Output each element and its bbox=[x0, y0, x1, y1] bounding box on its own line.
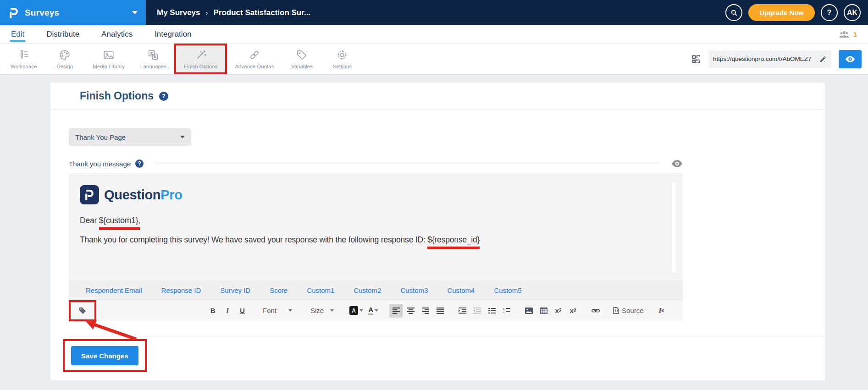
font-dropdown[interactable]: Font bbox=[258, 307, 297, 314]
ribbon-item-settings[interactable]: Settings bbox=[322, 44, 362, 74]
tabs: Edit Distribute Analytics Integration bbox=[10, 25, 192, 43]
background-color-button[interactable]: A bbox=[348, 304, 365, 318]
app-root: Surveys My Surveys › Product Satisfactio… bbox=[0, 0, 868, 390]
text-color-button[interactable]: A bbox=[366, 304, 380, 318]
top-bar: Surveys My Surveys › Product Satisfactio… bbox=[0, 0, 868, 25]
tab-integration[interactable]: Integration bbox=[154, 27, 192, 42]
questionpro-wordmark: QuestionPro bbox=[104, 187, 182, 203]
edit-pencil-icon[interactable] bbox=[819, 55, 827, 63]
collaborators[interactable]: 1 bbox=[839, 30, 857, 38]
page-title: Finish Options bbox=[80, 90, 154, 102]
ribbon-item-design[interactable]: Design bbox=[44, 44, 85, 74]
palette-icon bbox=[59, 49, 71, 61]
finish-option-select[interactable]: Thank You Page bbox=[69, 128, 191, 146]
survey-url-field[interactable]: https://questionpro.com/t/AbOMEZ7 bbox=[708, 50, 831, 68]
align-left-icon bbox=[393, 308, 400, 314]
variable-custom3[interactable]: Custom3 bbox=[400, 286, 428, 294]
divider bbox=[69, 336, 825, 336]
increase-indent-button[interactable] bbox=[456, 304, 469, 318]
help-button[interactable]: ? bbox=[821, 4, 838, 21]
chevron-down-icon bbox=[330, 309, 334, 312]
breadcrumb-my-surveys[interactable]: My Surveys bbox=[157, 8, 200, 17]
subscript-button[interactable]: x2 bbox=[552, 304, 565, 318]
align-left-button[interactable] bbox=[389, 304, 403, 318]
variable-custom1[interactable]: Custom1 bbox=[307, 286, 334, 294]
avatar[interactable]: AK bbox=[844, 4, 861, 21]
questionpro-logo-icon bbox=[80, 185, 99, 204]
insert-variable-button annotation-box-tag[interactable] bbox=[69, 300, 96, 321]
italic-button[interactable]: I bbox=[221, 304, 234, 318]
upgrade-now-button[interactable]: Upgrade Now bbox=[748, 4, 815, 21]
panel-body: Thank You Page Thank you message ? bbox=[50, 128, 825, 372]
ribbon-item-variables[interactable]: Variables bbox=[282, 44, 322, 74]
bulleted-list-button[interactable] bbox=[485, 304, 498, 318]
preview-button[interactable] bbox=[839, 50, 862, 68]
superscript-button[interactable]: x2 bbox=[566, 304, 580, 318]
divider bbox=[155, 164, 660, 164]
tab-edit[interactable]: Edit bbox=[10, 27, 25, 42]
tag-outline-icon bbox=[296, 49, 308, 61]
svg-text:1.: 1. bbox=[503, 308, 505, 310]
justify-button[interactable] bbox=[433, 304, 447, 318]
thank-you-message-row: Thank you message ? bbox=[69, 159, 683, 168]
ribbon-item-media-library[interactable]: Media Library bbox=[85, 44, 133, 74]
source-button[interactable]: Source bbox=[611, 304, 646, 318]
annotation-box-save: Save Changes bbox=[63, 339, 147, 372]
finish-option-selected-value: Thank You Page bbox=[75, 133, 126, 141]
merge-variables-bar: Respondent Email Response ID Survey ID S… bbox=[69, 280, 683, 300]
numbered-list-button[interactable]: 1.2. bbox=[500, 304, 513, 318]
insert-table-button[interactable] bbox=[537, 304, 550, 318]
variable-custom2[interactable]: Custom2 bbox=[354, 286, 381, 294]
panel-header: Finish Options ? bbox=[50, 82, 825, 110]
editor-scrollbar[interactable] bbox=[672, 182, 675, 272]
top-bar-actions: Upgrade Now ? AK bbox=[725, 4, 868, 21]
editor-content[interactable]: QuestionPro Dear ${custom1}, Thank you f… bbox=[69, 173, 683, 280]
format-buttons: B I U Font Size A A bbox=[206, 304, 668, 318]
size-dropdown[interactable]: Size bbox=[306, 307, 338, 314]
underline-button[interactable]: U bbox=[236, 304, 249, 318]
save-changes-button[interactable]: Save Changes bbox=[71, 346, 138, 365]
align-right-button[interactable] bbox=[419, 304, 432, 318]
help-badge-icon[interactable]: ? bbox=[159, 92, 168, 101]
variable-custom5[interactable]: Custom5 bbox=[494, 286, 521, 294]
custom1-token annotation-underline: ${custom1}, bbox=[99, 216, 140, 225]
main-content: Finish Options ? Thank You Page Thank yo… bbox=[0, 75, 868, 390]
ribbon-item-advance-quotas[interactable]: Advance Quotas bbox=[227, 44, 282, 74]
indent-icon bbox=[459, 308, 466, 314]
breadcrumb-separator: › bbox=[206, 9, 208, 16]
insert-link-button[interactable] bbox=[589, 304, 602, 318]
decrease-indent-button[interactable] bbox=[470, 304, 484, 318]
survey-url-text: https://questionpro.com/t/AbOMEZ7 bbox=[713, 55, 816, 62]
search-button[interactable] bbox=[725, 4, 742, 21]
chevron-down-icon bbox=[375, 309, 378, 312]
variable-custom4[interactable]: Custom4 bbox=[447, 286, 475, 294]
variable-response-id[interactable]: Response ID bbox=[161, 286, 201, 294]
workspace-icon bbox=[18, 49, 30, 61]
tab-analytics[interactable]: Analytics bbox=[100, 27, 133, 42]
variable-score[interactable]: Score bbox=[270, 286, 287, 294]
editor-ribbon: Workspace Design Media Library Languages… bbox=[0, 44, 868, 75]
breadcrumb-survey-name: Product Satisfaction Sur... bbox=[214, 8, 311, 17]
variable-respondent-email[interactable]: Respondent Email bbox=[86, 286, 142, 294]
outdent-icon bbox=[473, 308, 481, 314]
help-badge-icon[interactable]: ? bbox=[135, 159, 144, 168]
ribbon-item-workspace[interactable]: Workspace bbox=[3, 44, 44, 74]
insert-image-button[interactable] bbox=[522, 304, 536, 318]
justify-icon bbox=[437, 308, 444, 314]
email-logo: QuestionPro bbox=[80, 185, 655, 204]
remove-format-button[interactable]: Ix bbox=[655, 304, 668, 318]
preview-eye-icon[interactable] bbox=[671, 159, 683, 168]
bold-button[interactable]: B bbox=[206, 304, 220, 318]
bulleted-list-icon bbox=[488, 308, 496, 314]
chevron-down-icon bbox=[359, 309, 363, 312]
ribbon-item-languages[interactable]: Languages bbox=[133, 44, 174, 74]
product-switcher[interactable]: Surveys bbox=[0, 0, 146, 25]
align-center-button[interactable] bbox=[404, 304, 417, 318]
table-icon bbox=[540, 308, 547, 314]
variable-survey-id[interactable]: Survey ID bbox=[220, 286, 250, 294]
response-id-token annotation-underline: ${response_id} bbox=[427, 235, 480, 244]
tag-icon bbox=[78, 306, 87, 315]
tab-distribute[interactable]: Distribute bbox=[45, 27, 80, 42]
ribbon-item-finish-options annotation-box-finish-options[interactable]: Finish Options bbox=[174, 44, 227, 74]
qr-code-icon[interactable] bbox=[691, 54, 701, 64]
